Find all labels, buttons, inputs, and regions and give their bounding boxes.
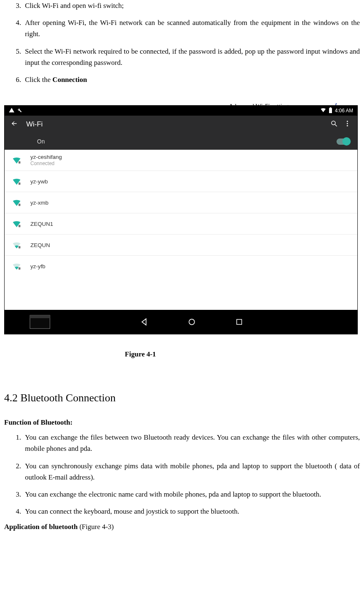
- bt-app-bold: Application of bluetooth: [4, 523, 78, 531]
- svg-point-15: [189, 319, 194, 324]
- svg-rect-0: [329, 108, 332, 113]
- step-6-bold: Connection: [52, 76, 87, 84]
- step-5: Select the Wi-Fi network required to be …: [23, 46, 360, 68]
- svg-point-2: [332, 121, 335, 125]
- navigation-bar: [5, 310, 357, 334]
- bluetooth-function-list: You can exchange the files between two B…: [4, 432, 360, 517]
- status-right: 4:06 AM: [320, 107, 353, 114]
- step-4: After opening Wi-Fi, the Wi-Fi network c…: [23, 17, 360, 40]
- appbar-title: Wi-Fi: [20, 120, 327, 129]
- network-name: yz-ceshifang: [30, 154, 350, 160]
- wrench-icon: [17, 108, 22, 114]
- svg-rect-8: [19, 183, 21, 185]
- svg-rect-7: [19, 161, 21, 163]
- wifi-screenshot: 4:06 AM Wi-Fi On: [4, 105, 358, 334]
- status-time: 4:06 AM: [335, 108, 353, 114]
- bt-item-4: You can connect the keyboard, mouse and …: [23, 506, 360, 517]
- svg-rect-11: [19, 246, 21, 248]
- battery-icon: [329, 107, 332, 114]
- bt-app-rest: (Figure 4-3): [78, 523, 114, 531]
- figure-caption: Figure 4-1: [0, 350, 360, 359]
- network-item[interactable]: ZEQUN1: [5, 213, 357, 235]
- bt-item-1: You can exchange the files between two B…: [23, 432, 360, 454]
- step-6: Click the Connection: [23, 74, 360, 85]
- network-list: yz-ceshifang Connected yz-ywb yz-xmb: [5, 150, 357, 277]
- wifi-icon: [12, 262, 30, 270]
- app-bar: Wi-Fi: [5, 116, 357, 133]
- wifi-toggle[interactable]: [337, 138, 350, 145]
- bt-function-heading: Function of Bluetooth:: [4, 418, 360, 427]
- home-nav-button[interactable]: [168, 318, 215, 326]
- wifi-icon: [12, 241, 30, 249]
- step-3: Click Wi-Fi and open wi-fi switch;: [23, 0, 360, 11]
- network-item[interactable]: yz-ywb: [5, 171, 357, 192]
- network-name: yz-ywb: [30, 178, 350, 185]
- network-item[interactable]: ZEQUN: [5, 235, 357, 256]
- wifi-toggle-row: On: [5, 133, 357, 150]
- network-name: ZEQUN: [30, 242, 350, 248]
- network-status: Connected: [30, 161, 350, 166]
- network-name: ZEQUN1: [30, 221, 350, 227]
- subsection-heading: 4.2 Bluetooth Connection: [4, 392, 360, 404]
- status-left: [9, 107, 22, 114]
- bt-application-heading: Application of bluetooth (Figure 4-3): [4, 523, 360, 531]
- svg-rect-1: [330, 107, 332, 108]
- svg-rect-14: [30, 315, 50, 318]
- top-steps-list: Click Wi-Fi and open wi-fi switch; After…: [4, 0, 360, 85]
- bt-item-2: You can synchronously exchange pims data…: [23, 460, 360, 483]
- blank-area: [5, 277, 357, 310]
- svg-rect-16: [237, 319, 242, 324]
- overview-nav-button[interactable]: [215, 318, 263, 326]
- network-name: yz-yfb: [30, 263, 350, 270]
- overflow-icon[interactable]: [341, 120, 354, 129]
- wifi-toggle-label: On: [37, 138, 337, 145]
- svg-point-6: [347, 125, 348, 126]
- network-item[interactable]: yz-xmb: [5, 192, 357, 213]
- svg-point-4: [347, 121, 348, 122]
- wifi-icon: [12, 198, 30, 207]
- recents-thumb[interactable]: [5, 315, 88, 329]
- svg-rect-9: [19, 204, 21, 206]
- svg-line-3: [335, 124, 337, 126]
- wifi-icon: [12, 177, 30, 185]
- network-item[interactable]: yz-ceshifang Connected: [5, 150, 357, 171]
- annotation-wrap: Advanced Wi-Fi setting: [4, 105, 360, 334]
- wifi-icon: [12, 156, 30, 164]
- svg-rect-10: [19, 225, 21, 227]
- network-name: yz-xmb: [30, 200, 350, 206]
- back-button[interactable]: [8, 120, 20, 129]
- svg-rect-12: [19, 267, 21, 270]
- back-nav-button[interactable]: [121, 318, 168, 326]
- network-item[interactable]: yz-yfb: [5, 256, 357, 277]
- warning-icon: [9, 107, 15, 114]
- svg-point-5: [347, 123, 348, 124]
- search-icon[interactable]: [327, 120, 341, 129]
- wifi-icon: [12, 220, 30, 228]
- bt-item-3: You can exchange the electronic name car…: [23, 489, 360, 500]
- wifi-status-icon: [320, 108, 326, 114]
- status-bar: 4:06 AM: [5, 106, 357, 116]
